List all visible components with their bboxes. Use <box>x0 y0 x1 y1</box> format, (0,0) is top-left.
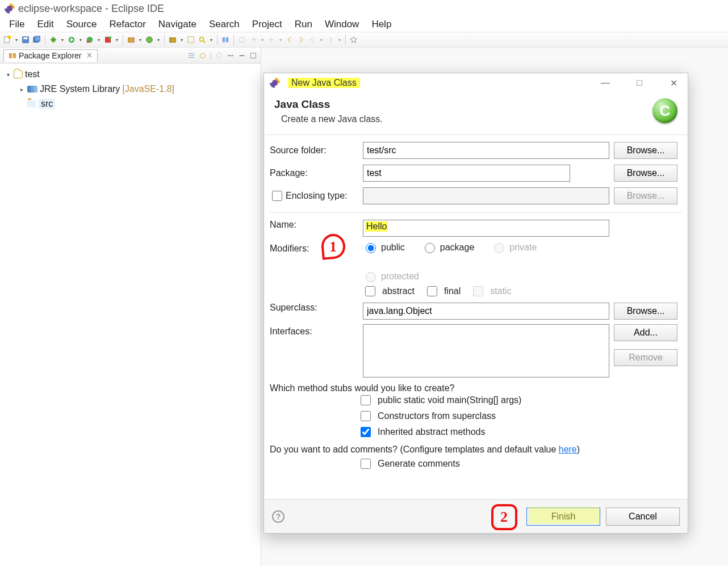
modifier-abstract[interactable]: abstract <box>363 284 415 298</box>
name-input[interactable] <box>363 220 609 237</box>
svg-rect-27 <box>251 53 256 58</box>
help-icon[interactable]: ? <box>272 510 284 523</box>
menu-source[interactable]: Source <box>61 18 103 31</box>
chevron-down-icon[interactable]: ▾ <box>5 71 11 78</box>
tb-save-icon[interactable] <box>20 35 31 45</box>
browse-superclass-button[interactable]: Browse... <box>614 303 677 320</box>
dialog-footer: ? Finish Cancel <box>264 499 688 533</box>
tree-lib-label: JRE System Library <box>40 84 120 94</box>
link-with-editor-icon[interactable] <box>199 52 207 60</box>
close-icon[interactable]: ✕ <box>665 78 682 89</box>
view-menu-icon[interactable] <box>227 52 235 60</box>
modifier-static: static <box>471 284 511 298</box>
tb-next-annotation-icon[interactable] <box>248 35 258 45</box>
menu-window[interactable]: Window <box>319 18 365 31</box>
banner-title: Java Class <box>274 98 652 111</box>
svg-rect-20 <box>9 53 12 58</box>
svg-rect-26 <box>240 55 245 56</box>
browse-package-button[interactable]: Browse... <box>614 165 677 182</box>
browse-source-button[interactable]: Browse... <box>614 142 677 159</box>
focus-task-icon[interactable] <box>215 52 223 60</box>
new-java-class-dialog: New Java Class — □ ✕ Java Class Create a… <box>263 73 688 534</box>
tb-separator <box>45 35 45 45</box>
maximize-icon[interactable]: □ <box>631 78 648 89</box>
configure-templates-link[interactable]: here <box>559 445 577 454</box>
menu-search[interactable]: Search <box>203 18 245 31</box>
svg-point-19 <box>240 37 245 43</box>
tb-open-task-icon[interactable] <box>186 35 196 45</box>
tb-skip-breakpoints-icon[interactable] <box>237 35 247 45</box>
tb-run-icon[interactable] <box>66 35 77 45</box>
tb-separator <box>217 35 217 45</box>
tree-project[interactable]: ▾ test <box>2 67 258 82</box>
stub-constructors-checkbox[interactable]: Constructors from superclass <box>358 409 682 423</box>
tb-saveall-icon[interactable] <box>32 35 42 45</box>
interfaces-list[interactable] <box>363 324 609 378</box>
tree-jre-library[interactable]: ▸ JRE System Library [JavaSE-1.8] <box>2 82 258 97</box>
tb-external-tools-icon[interactable] <box>103 35 113 45</box>
svg-rect-3 <box>24 37 28 40</box>
package-explorer-tab[interactable]: Package Explorer ✕ <box>3 49 98 62</box>
tree-project-label: test <box>25 69 40 79</box>
tb-new-class-icon[interactable] <box>144 35 154 45</box>
tb-back-icon[interactable] <box>284 35 295 45</box>
tb-debug-icon[interactable] <box>48 35 58 45</box>
menu-file[interactable]: File <box>3 18 30 31</box>
tb-new-icon[interactable] <box>2 35 12 45</box>
minimize-icon[interactable]: — <box>597 78 614 89</box>
maximize-icon[interactable] <box>249 52 257 60</box>
dialog-title: New Java Class <box>288 78 360 88</box>
svg-point-24 <box>230 54 232 56</box>
tb-forward-icon[interactable] <box>296 35 306 45</box>
stub-main-checkbox[interactable]: public static void main(String[] args) <box>358 393 682 407</box>
tb-new-package-icon[interactable] <box>126 35 136 45</box>
menu-navigate[interactable]: Navigate <box>153 18 202 31</box>
modifier-package[interactable]: package <box>422 241 475 253</box>
menu-refactor[interactable]: Refactor <box>104 18 152 31</box>
menu-help[interactable]: Help <box>366 18 397 31</box>
package-input[interactable] <box>363 165 570 182</box>
tb-toggle-breadcrumb-icon[interactable] <box>220 35 231 45</box>
minimize-icon[interactable] <box>238 52 246 60</box>
finish-button[interactable]: Finish <box>526 508 600 526</box>
stub-inherited-checkbox[interactable]: Inherited abstract methods <box>358 425 682 439</box>
tb-separator <box>123 35 123 45</box>
collapse-all-icon[interactable] <box>187 52 195 60</box>
tb-open-type-icon[interactable] <box>168 35 178 45</box>
svg-rect-9 <box>87 41 89 43</box>
add-interface-button[interactable]: Add... <box>614 324 677 341</box>
menu-edit[interactable]: Edit <box>31 18 59 31</box>
tb-back-history-icon[interactable] <box>307 35 317 45</box>
chevron-right-icon[interactable]: ▸ <box>18 86 25 93</box>
dialog-banner: Java Class Create a new Java class. C <box>264 93 688 135</box>
generate-comments-checkbox[interactable]: Generate comments <box>358 457 682 471</box>
twist-spacer <box>18 100 25 107</box>
menu-run[interactable]: Run <box>289 18 318 31</box>
svg-rect-14 <box>170 38 176 43</box>
svg-point-23 <box>228 54 229 56</box>
label-method-stubs: Which method stubs would you like to cre… <box>270 383 682 393</box>
class-badge-icon: C <box>652 98 677 123</box>
menu-project[interactable]: Project <box>246 18 288 31</box>
enclosing-type-checkbox[interactable] <box>272 191 282 201</box>
close-icon[interactable]: ✕ <box>84 51 93 60</box>
tb-fwd-history-icon[interactable] <box>325 35 336 45</box>
tb-pin-editor-icon[interactable] <box>349 35 359 45</box>
modifier-final[interactable]: final <box>425 284 461 298</box>
tb-coverage-icon[interactable] <box>85 35 95 45</box>
superclass-input[interactable] <box>363 303 609 320</box>
browse-enclosing-button: Browse... <box>614 187 677 204</box>
label-name: Name: <box>270 220 358 230</box>
source-folder-input[interactable] <box>363 142 609 159</box>
cancel-button[interactable]: Cancel <box>606 508 680 526</box>
tree-src-package[interactable]: src <box>2 97 258 111</box>
svg-rect-17 <box>223 37 225 43</box>
tb-prev-annotation-icon[interactable] <box>266 35 277 45</box>
tb-search-icon[interactable] <box>197 35 207 45</box>
dialog-titlebar[interactable]: New Java Class — □ ✕ <box>264 73 688 93</box>
svg-rect-1 <box>8 36 11 39</box>
label-comments-question: Do you want to add comments? (Configure … <box>270 445 580 454</box>
remove-interface-button: Remove <box>614 349 677 366</box>
package-tree[interactable]: ▾ test ▸ JRE System Library [JavaSE-1.8]… <box>0 64 261 115</box>
modifier-public[interactable]: public <box>363 241 405 253</box>
